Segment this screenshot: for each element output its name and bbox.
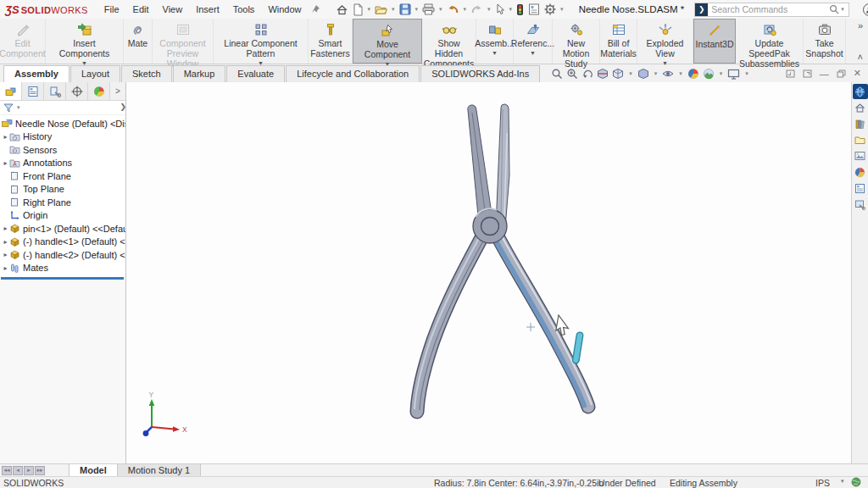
file-properties-icon[interactable]	[526, 3, 542, 16]
expand-arrow-icon[interactable]: ▸	[2, 264, 9, 272]
tab-displaymanager[interactable]	[88, 82, 110, 100]
undo-icon[interactable]	[445, 3, 461, 16]
move-component-button[interactable]: Move Component ▼	[353, 19, 422, 64]
tree-item-right-plane[interactable]: Right Plane	[0, 196, 125, 209]
options-gear-icon[interactable]	[542, 3, 558, 16]
tab-sketch[interactable]: Sketch	[121, 65, 172, 82]
open-icon[interactable]	[373, 3, 389, 16]
statusbar-units-caret-icon[interactable]: ▾	[841, 478, 844, 485]
tab-solidworks-add-ins[interactable]: SOLIDWORKS Add-Ins	[420, 65, 540, 82]
apply-scene-icon[interactable]	[703, 68, 715, 80]
component-preview-window-button[interactable]: Component Preview Window	[153, 19, 214, 64]
instant3d-button[interactable]: Instant3D	[693, 19, 736, 64]
pack-and-go-button[interactable]	[853, 197, 868, 212]
apply-scene-caret-icon[interactable]: ▾	[718, 70, 725, 77]
print-icon[interactable]	[420, 3, 437, 16]
zoom-to-fit-icon[interactable]	[551, 68, 563, 80]
new-document-caret-icon[interactable]: ▾	[366, 6, 373, 13]
tab-dimxpertmanager[interactable]	[66, 82, 88, 100]
save-icon[interactable]	[398, 3, 413, 16]
menu-view[interactable]: View	[157, 3, 189, 16]
view-orientation-caret-icon[interactable]: ▾	[627, 70, 634, 77]
expand-arrow-icon[interactable]: ▸	[2, 159, 9, 167]
print-caret-icon[interactable]: ▾	[437, 6, 444, 13]
section-view-icon[interactable]	[597, 68, 609, 80]
insert-components-button[interactable]: Insert Components ▼	[46, 19, 124, 64]
highlighted-edge[interactable]	[572, 332, 583, 364]
expand-arrow-icon[interactable]: ▸	[2, 238, 9, 246]
redo-caret-icon[interactable]: ▾	[486, 6, 492, 13]
smart-fasteners-button[interactable]: Smart Fasteners	[309, 19, 353, 64]
tab-layout[interactable]: Layout	[70, 65, 120, 82]
show-hidden-components-button[interactable]: Show Hidden Components	[422, 19, 476, 64]
tree-item-annotations[interactable]: ▸ A Annotations	[0, 157, 125, 170]
view-settings-icon[interactable]	[727, 69, 740, 80]
view-palette-button[interactable]	[853, 148, 868, 164]
filter-caret-icon[interactable]: ▾	[15, 104, 22, 111]
menu-insert[interactable]: Insert	[190, 3, 225, 16]
menu-file[interactable]: File	[98, 3, 125, 16]
tree-item-handle-2[interactable]: ▸ (-) handle<2> (Default) <<	[0, 248, 125, 262]
tab-evaluate[interactable]: Evaluate	[226, 65, 285, 82]
selection-caret-icon[interactable]: ▾	[508, 6, 515, 13]
graphics-area[interactable]: Y X	[126, 82, 851, 463]
bill-of-materials-button[interactable]: Bill of Materials	[600, 19, 637, 64]
tab-scroll-next-icon[interactable]: ▸	[24, 466, 34, 475]
pin-menu-icon[interactable]	[311, 4, 320, 15]
doc-restore-icon[interactable]	[837, 69, 846, 78]
redo-icon[interactable]	[469, 3, 485, 16]
home-icon[interactable]	[334, 3, 350, 17]
tree-item-sensors[interactable]: Sensors	[0, 143, 125, 157]
tree-item-root[interactable]: Needle Nose (Default) <Displa	[0, 117, 125, 130]
tab-scroll-first-icon[interactable]: ◂◂	[2, 466, 12, 475]
tab-assembly[interactable]: Assembly	[3, 65, 70, 82]
tab-configurationmanager[interactable]	[44, 82, 66, 100]
tab-featuremanager-tree[interactable]	[0, 82, 22, 100]
edit-appearance-icon[interactable]	[687, 68, 699, 80]
mate-button[interactable]: Mate	[124, 19, 153, 64]
tab-markup[interactable]: Markup	[173, 65, 226, 82]
panel-tabs-overflow-icon[interactable]: >	[110, 82, 125, 100]
hide-show-items-caret-icon[interactable]: ▾	[677, 70, 684, 77]
reference-geometry-button[interactable]: Referenc... ▼	[514, 19, 553, 64]
panel-flyout-chevron-icon[interactable]: ❯	[120, 103, 126, 111]
filter-funnel-icon[interactable]	[3, 103, 14, 113]
rebuild-icon[interactable]	[515, 3, 526, 17]
file-explorer-button[interactable]	[853, 132, 868, 147]
new-document-icon[interactable]	[351, 3, 365, 17]
tree-item-handle-1[interactable]: ▸ (-) handle<1> (Default) <<	[0, 236, 125, 249]
tree-item-history[interactable]: ▸ History	[0, 130, 125, 144]
display-style-icon[interactable]	[637, 68, 649, 80]
update-speedpak-button[interactable]: Update SpeedPak Subassemblies	[736, 19, 804, 64]
save-caret-icon[interactable]: ▾	[414, 6, 420, 13]
exploded-view-caret-icon[interactable]: ▼	[662, 60, 668, 66]
doc-close-icon[interactable]: ✕	[854, 68, 861, 79]
tree-item-origin[interactable]: Origin	[0, 209, 125, 223]
hide-show-items-icon[interactable]	[662, 69, 674, 79]
pliers-model[interactable]: Y X	[126, 82, 850, 463]
3dexperience-marketplace-button[interactable]	[853, 84, 868, 99]
tree-item-front-plane[interactable]: Front Plane	[0, 169, 125, 183]
exploded-view-button[interactable]: Exploded View ▼	[637, 19, 693, 64]
doc-minimize-all-icon[interactable]	[786, 69, 795, 78]
account-icon[interactable]	[863, 3, 868, 16]
display-style-caret-icon[interactable]: ▾	[653, 70, 659, 77]
doc-minimize-icon[interactable]: —	[820, 69, 829, 79]
reference-geometry-caret-icon[interactable]: ▼	[530, 50, 536, 56]
search-caret-icon[interactable]: ▾	[839, 6, 846, 13]
tab-motion-study-1[interactable]: Motion Study 1	[118, 464, 201, 476]
linear-component-pattern-button[interactable]: Linear Component Pattern ▼	[214, 19, 309, 64]
appearances-scenes-button[interactable]	[853, 164, 868, 180]
ribbon-collapse-icon[interactable]: ˄	[858, 52, 863, 62]
statusbar-help-globe-icon[interactable]	[851, 477, 861, 488]
tab-scroll-last-icon[interactable]: ▸▸	[35, 466, 45, 475]
view-orientation-icon[interactable]	[612, 68, 624, 80]
menu-edit[interactable]: Edit	[127, 3, 155, 16]
options-caret-icon[interactable]: ▾	[559, 6, 565, 13]
tree-item-mates[interactable]: ▸ Mates	[0, 262, 125, 275]
selection-tool-icon[interactable]	[493, 3, 507, 16]
statusbar-units[interactable]: IPS	[815, 478, 830, 488]
take-snapshot-button[interactable]: Take Snapshot	[804, 19, 846, 64]
open-caret-icon[interactable]: ▾	[390, 6, 397, 13]
menu-window[interactable]: Window	[262, 3, 307, 16]
